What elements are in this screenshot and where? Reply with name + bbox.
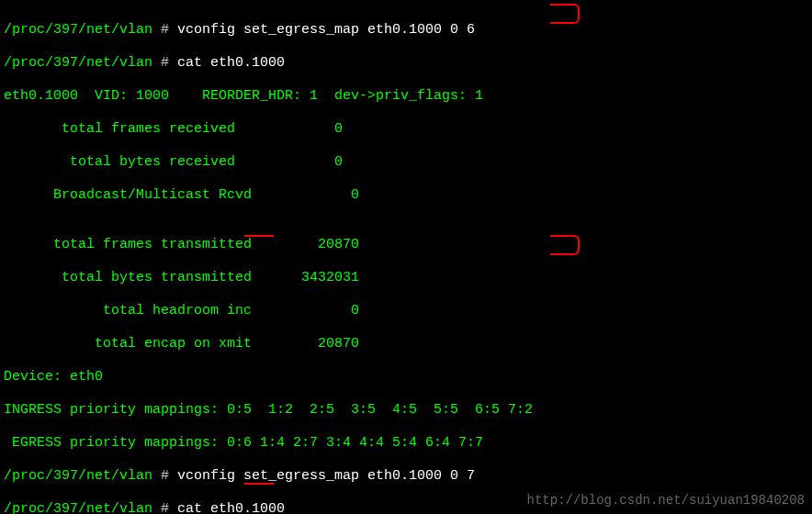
stat-bcast: Broadcast/Multicast Rcvd 0: [4, 187, 808, 204]
prompt-path: /proc/397/net/vlan: [4, 22, 152, 38]
cmd-vconfig-6: vconfig set_egress_map eth0.1000 0 6: [177, 22, 475, 38]
prompt-path: /proc/397/net/vlan: [4, 501, 152, 514]
vlan-header: eth0.1000 VID: 1000 REORDER_HDR: 1 dev->…: [4, 88, 808, 105]
stat-encap: total encap on xmit 20870: [4, 336, 808, 352]
prompt-path: /proc/397/net/vlan: [4, 55, 152, 71]
stat-rx-frames: total frames received 0: [4, 121, 808, 138]
hash: #: [152, 501, 177, 514]
ingress-map-1: INGRESS priority mappings: 0:5 1:2 2:5 3…: [4, 402, 808, 419]
cmd-cat-2: cat eth0.1000: [177, 501, 285, 514]
stat-headroom: total headroom inc 0: [4, 303, 808, 319]
egress-map-1: EGRESS priority mappings: 0:6 1:4 2:7 3:…: [4, 435, 808, 452]
stat-tx-bytes: total bytes transmitted 3432031: [4, 270, 808, 286]
hash: #: [152, 468, 177, 484]
terminal-output: /proc/397/net/vlan # vconfig set_egress_…: [0, 0, 812, 514]
watermark: http://blog.csdn.net/suiyuan19840208: [527, 492, 805, 508]
hash: #: [152, 22, 177, 38]
cmd-cat-1: cat eth0.1000: [177, 55, 285, 71]
stat-rx-bytes: total bytes received 0: [4, 154, 808, 171]
device-line: Device: eth0: [4, 369, 808, 386]
prompt-path: /proc/397/net/vlan: [4, 468, 152, 484]
hash: #: [152, 55, 177, 71]
stat-tx-frames: total frames transmitted 20870: [4, 237, 808, 253]
cmd-vconfig-7: vconfig set_egress_map eth0.1000 0 7: [177, 468, 475, 484]
